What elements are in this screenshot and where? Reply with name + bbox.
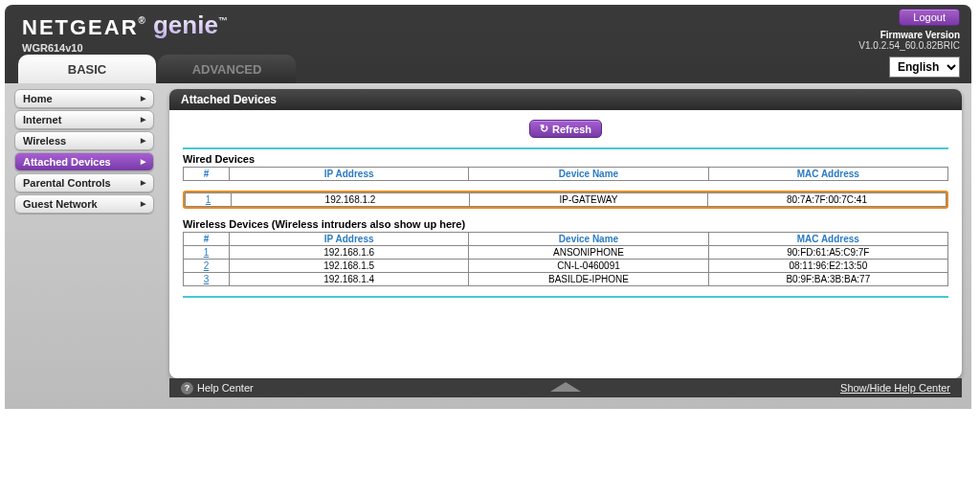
cell-ip: 192.168.1.5 bbox=[230, 260, 469, 273]
help-center-label: Help Center bbox=[197, 382, 254, 394]
wired-table: 1 192.168.1.2 IP-GATEWAY 80:7A:7F:00:7C:… bbox=[185, 192, 947, 207]
divider bbox=[183, 296, 948, 298]
cell-mac: 08:11:96:E2:13:50 bbox=[708, 260, 947, 273]
wired-highlight: 1 192.168.1.2 IP-GATEWAY 80:7A:7F:00:7C:… bbox=[183, 191, 948, 209]
cell-ip: 192.168.1.6 bbox=[230, 246, 469, 260]
help-icon: ? bbox=[181, 382, 193, 395]
firmware-value: V1.0.2.54_60.0.82BRIC bbox=[858, 40, 960, 51]
cell-idx[interactable]: 1 bbox=[184, 246, 230, 260]
cell-idx[interactable]: 2 bbox=[184, 260, 230, 273]
sidebar-item-label: Home bbox=[23, 93, 53, 104]
table-row: 1 192.168.1.6 ANSONIPHONE 90:FD:61:A5:C9… bbox=[184, 246, 948, 260]
panel-title: Attached Devices bbox=[169, 89, 962, 110]
sidebar: Home Internet Wireless Attached Devices … bbox=[14, 89, 154, 215]
topbar: NETGEAR® genie™ WGR614v10 Logout Firmwar… bbox=[5, 5, 971, 53]
table-header-row: # IP Address Device Name MAC Address bbox=[184, 168, 948, 181]
col-mac: MAC Address bbox=[708, 233, 947, 246]
brand: NETGEAR® genie™ bbox=[22, 11, 960, 40]
col-num: # bbox=[184, 233, 230, 246]
sidebar-item-guest-network[interactable]: Guest Network bbox=[14, 194, 154, 214]
expand-arrow-icon[interactable] bbox=[550, 382, 581, 392]
col-ip: IP Address bbox=[230, 168, 469, 181]
language-selector[interactable]: English bbox=[889, 56, 960, 78]
show-hide-help-link[interactable]: Show/Hide Help Center bbox=[840, 382, 950, 394]
refresh-label: Refresh bbox=[552, 124, 591, 135]
cell-ip: 192.168.1.4 bbox=[230, 273, 469, 286]
table-row: 1 192.168.1.2 IP-GATEWAY 80:7A:7F:00:7C:… bbox=[186, 193, 947, 207]
wireless-table: # IP Address Device Name MAC Address 1 1… bbox=[183, 232, 948, 286]
main-area: Attached Devices ↻ Refresh Wired Devices bbox=[169, 89, 962, 397]
wired-heading: Wired Devices bbox=[183, 153, 948, 165]
wireless-heading: Wireless Devices (Wireless intruders als… bbox=[183, 218, 948, 230]
cell-idx[interactable]: 3 bbox=[184, 273, 230, 286]
sidebar-item-home[interactable]: Home bbox=[14, 89, 154, 108]
firmware-label: Firmware Version bbox=[880, 30, 960, 40]
refresh-icon: ↻ bbox=[540, 123, 548, 135]
sidebar-item-label: Parental Controls bbox=[23, 177, 111, 189]
cell-ip: 192.168.1.2 bbox=[232, 193, 470, 207]
sidebar-item-label: Internet bbox=[23, 114, 61, 125]
refresh-button[interactable]: ↻ Refresh bbox=[529, 120, 602, 138]
brand-genie: genie™ bbox=[153, 11, 228, 40]
tab-basic[interactable]: BASIC bbox=[18, 55, 156, 83]
table-row: 2 192.168.1.5 CN-L-0460091 08:11:96:E2:1… bbox=[184, 260, 948, 273]
panel: Attached Devices ↻ Refresh Wired Devices bbox=[169, 89, 962, 378]
sidebar-item-label: Attached Devices bbox=[23, 156, 111, 168]
table-header-row: # IP Address Device Name MAC Address bbox=[184, 233, 948, 246]
col-mac: MAC Address bbox=[708, 168, 947, 181]
divider bbox=[183, 147, 948, 149]
sidebar-item-wireless[interactable]: Wireless bbox=[14, 131, 154, 150]
body: Home Internet Wireless Attached Devices … bbox=[5, 83, 971, 409]
cell-mac: 80:7A:7F:00:7C:41 bbox=[708, 193, 947, 207]
language-select[interactable]: English bbox=[889, 56, 960, 78]
cell-name: CN-L-0460091 bbox=[469, 260, 708, 273]
sidebar-item-internet[interactable]: Internet bbox=[14, 110, 154, 129]
cell-name: ANSONIPHONE bbox=[469, 246, 708, 260]
cell-idx[interactable]: 1 bbox=[186, 193, 232, 207]
sidebar-item-label: Guest Network bbox=[23, 198, 98, 210]
help-bar: ? Help Center Show/Hide Help Center bbox=[169, 378, 962, 397]
page: NETGEAR® genie™ WGR614v10 Logout Firmwar… bbox=[5, 5, 971, 409]
logout-button[interactable]: Logout bbox=[899, 9, 960, 26]
panel-body: ↻ Refresh Wired Devices # IP Address Dev… bbox=[169, 110, 962, 378]
cell-mac: 90:FD:61:A5:C9:7F bbox=[708, 246, 947, 260]
cell-mac: B0:9F:BA:3B:BA:77 bbox=[708, 273, 947, 286]
tab-row: BASIC ADVANCED English bbox=[5, 53, 971, 83]
cell-name: BASILDE-IPHONE bbox=[469, 273, 708, 286]
sidebar-item-label: Wireless bbox=[23, 135, 66, 147]
help-center-button[interactable]: ? Help Center bbox=[181, 382, 254, 395]
col-ip: IP Address bbox=[230, 233, 469, 246]
col-name: Device Name bbox=[469, 233, 708, 246]
sidebar-item-parental-controls[interactable]: Parental Controls bbox=[14, 173, 154, 192]
sidebar-item-attached-devices[interactable]: Attached Devices bbox=[14, 152, 154, 171]
refresh-wrap: ↻ Refresh bbox=[183, 120, 948, 138]
col-name: Device Name bbox=[469, 168, 708, 181]
col-num: # bbox=[184, 168, 230, 181]
table-row: 3 192.168.1.4 BASILDE-IPHONE B0:9F:BA:3B… bbox=[184, 273, 948, 286]
wired-header-table: # IP Address Device Name MAC Address bbox=[183, 167, 948, 181]
brand-netgear: NETGEAR® bbox=[22, 15, 147, 40]
cell-name: IP-GATEWAY bbox=[470, 193, 708, 207]
tab-advanced[interactable]: ADVANCED bbox=[158, 55, 296, 83]
firmware-version: Firmware Version V1.0.2.54_60.0.82BRIC bbox=[858, 30, 960, 51]
